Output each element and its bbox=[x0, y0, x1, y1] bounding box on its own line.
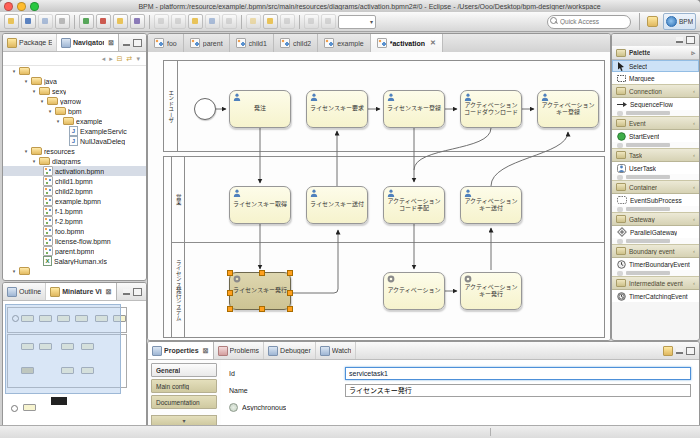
selection-handle[interactable] bbox=[287, 290, 293, 296]
tree-item[interactable]: ▾ bbox=[3, 266, 146, 276]
selection-handle[interactable] bbox=[287, 270, 293, 276]
maximize-view-icon[interactable] bbox=[686, 347, 695, 355]
pin-editor-icon[interactable] bbox=[321, 14, 336, 29]
new-icon[interactable] bbox=[4, 14, 19, 29]
task-activation-code-arrange[interactable]: アクティベーションコード手配 bbox=[383, 186, 445, 224]
tree-item[interactable]: child1.bpmn bbox=[3, 176, 146, 186]
palette-item-timerboundaryevent[interactable]: TimerBoundaryEvent bbox=[612, 258, 699, 270]
tree-item[interactable]: license-flow.bpmn bbox=[3, 236, 146, 246]
tab-menu-icon[interactable]: ⊠ bbox=[106, 288, 112, 296]
tree-item[interactable]: ▾bpm bbox=[3, 106, 146, 116]
palette-item-partial[interactable] bbox=[612, 174, 699, 180]
tree-item[interactable]: ▾java bbox=[3, 76, 146, 86]
task-license-key-issue-selected[interactable]: ライセンスキー発行 bbox=[229, 272, 291, 310]
task-activation-code-download[interactable]: アクティベーションコードダウンロード bbox=[460, 90, 522, 128]
tab-debugger[interactable]: Debugger bbox=[264, 342, 316, 359]
palette-section-gateway[interactable]: Gateway‹ bbox=[612, 212, 699, 226]
id-input[interactable] bbox=[345, 367, 691, 380]
tab-miniature-view[interactable]: Miniature Vi ⊠ bbox=[46, 283, 116, 300]
navigate-forward-icon[interactable] bbox=[222, 14, 237, 29]
tree-item[interactable]: ▾yarrow bbox=[3, 96, 146, 106]
save-icon[interactable] bbox=[21, 14, 36, 29]
selection-handle[interactable] bbox=[227, 270, 233, 276]
palette-item-partial[interactable] bbox=[612, 110, 699, 116]
twisty-icon[interactable]: ▾ bbox=[31, 88, 37, 94]
palette-item-parallelgateway[interactable]: ParallelGateway bbox=[612, 226, 699, 238]
team-sync-icon[interactable] bbox=[263, 14, 278, 29]
twisty-icon[interactable]: ▾ bbox=[39, 98, 45, 104]
open-folder-icon[interactable] bbox=[188, 14, 203, 29]
editor-tab-activation[interactable]: *activation✕ bbox=[371, 34, 443, 52]
tree-item[interactable]: ▾resources bbox=[3, 146, 146, 156]
minimize-view-icon[interactable] bbox=[123, 40, 130, 46]
tab-package-explorer[interactable]: Package E bbox=[3, 34, 57, 51]
minimize-window-button[interactable] bbox=[17, 2, 26, 11]
zoom-window-button[interactable] bbox=[30, 2, 39, 11]
asynchronous-checkbox[interactable] bbox=[229, 403, 238, 412]
perspective-bpm-button[interactable]: BPM bbox=[663, 13, 696, 30]
maximize-view-icon[interactable] bbox=[133, 288, 142, 296]
tree-item[interactable]: JNullJavaDeleg bbox=[3, 136, 146, 146]
editor-tab-child2[interactable]: child2 bbox=[274, 34, 318, 52]
drawer-pin-icon[interactable]: ‹ bbox=[693, 120, 695, 126]
tree-item[interactable]: ▾example bbox=[3, 116, 146, 126]
tree-item[interactable]: child2.bpmn bbox=[3, 186, 146, 196]
tab-navigator[interactable]: Navigator ⊠ bbox=[57, 34, 119, 51]
twisty-icon[interactable]: ▾ bbox=[23, 78, 29, 84]
diagram-canvas[interactable]: エンドユーザ 営業 ライセンス発行システム bbox=[148, 52, 610, 340]
editor-tab-child1[interactable]: child1 bbox=[230, 34, 274, 52]
external-tools-icon[interactable] bbox=[113, 14, 128, 29]
minimize-view-icon[interactable] bbox=[676, 348, 683, 354]
next-annotation-icon[interactable] bbox=[154, 14, 169, 29]
palette-section-boundary-event[interactable]: Boundary event‹ bbox=[612, 244, 699, 258]
twisty-icon[interactable]: ▾ bbox=[11, 268, 17, 274]
section-general[interactable]: General bbox=[151, 363, 217, 377]
coverage-icon[interactable] bbox=[130, 14, 145, 29]
selection-handle[interactable] bbox=[227, 306, 233, 312]
maximize-view-icon[interactable] bbox=[686, 36, 695, 44]
section-documentation[interactable]: Documentation bbox=[151, 395, 217, 409]
palette-section-container[interactable]: Container‹ bbox=[612, 180, 699, 194]
drawer-pin-icon[interactable]: ‹ bbox=[693, 280, 695, 286]
zoom-combo[interactable]: ▾ bbox=[338, 15, 376, 29]
twisty-icon[interactable]: ▾ bbox=[55, 118, 61, 124]
task-activation[interactable]: アクティベーション bbox=[383, 272, 445, 310]
tree-item[interactable]: ▾sexy bbox=[3, 86, 146, 96]
start-event[interactable] bbox=[194, 98, 216, 120]
tree-item[interactable]: JExampleServic bbox=[3, 126, 146, 136]
minimize-view-icon[interactable] bbox=[676, 37, 683, 43]
tree-item[interactable]: XSalaryHuman.xls bbox=[3, 256, 146, 266]
section-main-config[interactable]: Main config bbox=[151, 379, 217, 393]
tab-menu-icon[interactable]: ⊠ bbox=[203, 347, 209, 355]
minimize-view-icon[interactable] bbox=[123, 289, 130, 295]
search-icon[interactable] bbox=[246, 14, 261, 29]
view-menu-icon[interactable] bbox=[663, 346, 673, 356]
tree-item[interactable]: example.bpmn bbox=[3, 196, 146, 206]
selection-handle[interactable] bbox=[287, 306, 293, 312]
twisty-icon[interactable]: ▾ bbox=[11, 68, 17, 74]
view-menu-icon[interactable]: ▾ bbox=[136, 55, 140, 63]
miniature-viewport[interactable] bbox=[5, 304, 121, 394]
tab-watch[interactable]: Watch bbox=[316, 342, 357, 359]
twisty-icon[interactable]: ▾ bbox=[47, 108, 53, 114]
tree-item-selected[interactable]: activation.bpmn bbox=[3, 166, 146, 176]
close-tab-icon[interactable]: ✕ bbox=[430, 39, 436, 47]
forward-icon[interactable]: ▸ bbox=[109, 55, 113, 63]
back-icon[interactable]: ◂ bbox=[102, 55, 106, 63]
editor-tab-parent[interactable]: parent bbox=[184, 34, 230, 52]
print-icon[interactable] bbox=[55, 14, 70, 29]
twisty-icon[interactable]: ▾ bbox=[31, 158, 37, 164]
selection-handle[interactable] bbox=[259, 270, 265, 276]
run-icon[interactable] bbox=[96, 14, 111, 29]
tree-item[interactable]: foo.bpmn bbox=[3, 226, 146, 236]
close-window-button[interactable] bbox=[4, 2, 13, 11]
palette-section-intermediate-event[interactable]: Intermediate event‹ bbox=[612, 276, 699, 290]
task-license-key-obtain[interactable]: ライセンスキー取得 bbox=[229, 186, 291, 224]
tree-item[interactable]: parent.bpmn bbox=[3, 246, 146, 256]
maximize-view-icon[interactable] bbox=[133, 39, 142, 47]
task-activation-key-issue[interactable]: アクティベーションキー発行 bbox=[460, 272, 522, 310]
palette-pin-icon[interactable]: ▹ bbox=[691, 49, 695, 57]
palette-item-partial[interactable] bbox=[612, 270, 699, 276]
link-editor-icon[interactable] bbox=[304, 14, 319, 29]
tab-outline[interactable]: Outline bbox=[3, 283, 46, 300]
